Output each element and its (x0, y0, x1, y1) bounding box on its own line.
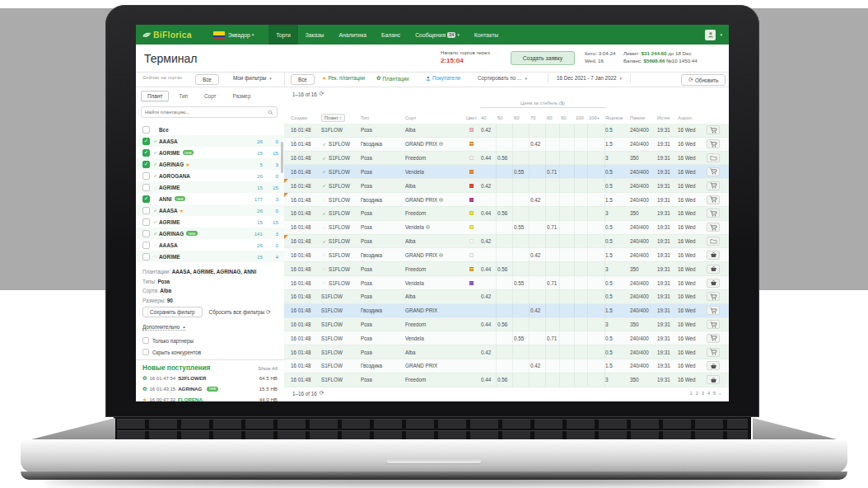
menu-item-аналитика[interactable]: Аналитика (331, 25, 374, 45)
list-item[interactable]: ✓AGRINAGnew1413 (136, 228, 284, 239)
table-row[interactable]: 16 01:48S1FLOWРозаFreedom0.440.56335019:… (284, 318, 729, 332)
checkbox[interactable] (142, 230, 150, 237)
chevron-down-icon[interactable]: ▾ (720, 32, 722, 37)
basket-button[interactable] (707, 265, 720, 274)
cart-button[interactable] (707, 167, 720, 176)
search-input[interactable] (145, 110, 268, 115)
checkbox[interactable] (142, 126, 150, 134)
tab-плант[interactable]: Плант (141, 91, 169, 101)
table-row[interactable]: 16 01:48○S1FLOWГвоздикаGRAND PRIX0.421.5… (284, 193, 729, 207)
page-next[interactable]: › (719, 391, 721, 396)
cart-button[interactable] (707, 320, 720, 329)
cart-button[interactable] (707, 125, 720, 134)
tab-сорт[interactable]: Сорт (198, 91, 223, 101)
checkbox[interactable] (142, 218, 150, 226)
folder-button[interactable] (707, 153, 720, 162)
table-row[interactable]: 16 01:48✓S1FLOWРозаFreedom0.440.56335019… (284, 152, 729, 166)
table-row[interactable]: 16 01:48✓S1FLOWГвоздикаGRAND PRIX0.421.5… (284, 138, 729, 152)
reset-filters-button[interactable]: Сбросить все фильтры⟳ (209, 309, 271, 316)
table-row[interactable]: 16 01:48S1FLOWГвоздикаGRAND PRIX0.421.52… (284, 304, 729, 318)
table-row[interactable]: 16 01:48S1FLOWРозаAlba0.420.5240/40019:3… (284, 290, 729, 304)
menu-item-контакты[interactable]: Контакты (467, 25, 506, 45)
all-filter-right-button[interactable]: Все (291, 74, 315, 85)
table-row[interactable]: 16 01:48✓S1FLOWРозаFreedom0.440.56335019… (284, 207, 729, 221)
date-range-picker[interactable]: 16 Dec 2021 - 7 Jan 2022▾ (548, 73, 631, 82)
list-item[interactable]: ○AGRIME1515 (136, 181, 284, 193)
table-row[interactable]: 16 01:48S1FLOWРозаAlba0.420.5240/40019:3… (284, 124, 729, 138)
country-selector[interactable]: Эквадор (228, 32, 250, 38)
all-filter-left-button[interactable]: Все (195, 74, 219, 85)
plantations-filter[interactable]: ✿Плантации (376, 75, 409, 82)
arrival-item[interactable]: ✿16 01:47:54S2FLOWER64.5 HB (136, 373, 284, 383)
checkbox[interactable] (142, 207, 150, 214)
refresh-icon[interactable]: ⟳ (320, 390, 324, 396)
checkbox[interactable] (142, 253, 150, 260)
create-request-button[interactable]: Создать заявку (511, 51, 575, 65)
basket-button[interactable] (707, 251, 720, 260)
show-all-link[interactable]: Show All (258, 365, 278, 371)
cart-button[interactable] (707, 292, 720, 301)
tab-размер[interactable]: Размер (226, 91, 258, 101)
table-row[interactable]: 16 01:48S1FLOWРозаAlba0.420.5240/40019:3… (284, 345, 729, 359)
my-filters-dropdown[interactable]: Мои фильтры▾ (233, 75, 272, 81)
cart-button[interactable] (707, 195, 720, 204)
table-row[interactable]: 16 01:48○S1FLOWГвоздикаGRAND PRIX0.421.5… (284, 248, 729, 262)
table-row[interactable]: 16 01:48✓S1FLOWРозаVendela0.550.710.5240… (284, 165, 729, 179)
checkbox[interactable]: ✓ (142, 149, 150, 157)
checkbox[interactable]: ✓ (142, 195, 150, 203)
menu-item-заказы[interactable]: Заказы (298, 25, 332, 45)
save-filter-button[interactable]: Сохранить фильтр (142, 307, 203, 317)
basket-button[interactable] (707, 279, 720, 288)
list-item[interactable]: ✓✓AGRINAG★53 (136, 158, 284, 170)
list-item[interactable]: ✓○ANNInew1773 (136, 193, 284, 204)
page-number[interactable]: 3 (702, 391, 704, 396)
menu-item-торги[interactable]: Торги (268, 25, 297, 45)
cart-button[interactable] (707, 334, 720, 343)
cart-button[interactable] (707, 306, 720, 315)
search-box[interactable] (141, 106, 278, 118)
checkbox[interactable] (142, 184, 150, 191)
additional-toggle[interactable]: Дополнительно▴ (142, 324, 185, 331)
list-item[interactable]: ✓AAASA★260 (136, 204, 284, 216)
tab-тип[interactable]: Тип (172, 91, 194, 101)
table-row[interactable]: 16 01:48✓S1FLOWРозаAlba0.420.5240/40019:… (284, 179, 729, 193)
sort-by-dropdown[interactable]: Сортировать по ...▾ (478, 75, 527, 81)
refresh-button[interactable]: ⟳Обновить (681, 74, 726, 86)
folder-button[interactable] (707, 237, 720, 246)
user-avatar[interactable] (705, 30, 716, 40)
cart-button[interactable] (707, 181, 720, 190)
list-item[interactable]: ✓AGROGANA260 (136, 170, 284, 181)
menu-item-баланс[interactable]: Баланс (374, 25, 408, 45)
arrival-item[interactable]: ✿16 01:43:15AGRINAGnew15.5 HB (136, 383, 284, 394)
list-item[interactable]: ○AAASA260 (136, 239, 284, 251)
page-number[interactable]: 2 (696, 391, 698, 396)
partners-only-checkbox[interactable]: Только партнеры (142, 337, 194, 344)
checkbox[interactable]: ✓ (142, 138, 150, 145)
cart-button[interactable] (707, 223, 720, 232)
checkbox[interactable]: ✓ (142, 161, 150, 168)
sort-column-box[interactable]: Плант↑ (321, 114, 345, 122)
menu-item-сообщения[interactable]: Сообщения34▾ (408, 25, 467, 45)
buyers-filter[interactable]: Покупатели (426, 75, 460, 81)
page-number[interactable]: 4 (707, 391, 710, 396)
page-number[interactable]: 1 (690, 391, 693, 396)
arrival-item[interactable]: ★16 00:47:32FLORENA44.0 HB (136, 394, 284, 401)
basket-button[interactable] (707, 361, 720, 370)
list-item[interactable]: ✓AGRIME1515 (136, 216, 284, 228)
recommended-plantations-filter[interactable]: ★Рек. плантации (322, 75, 365, 81)
checkbox[interactable] (142, 172, 150, 180)
hide-competitors-checkbox[interactable]: Скрыть конкурентов (142, 349, 201, 355)
cart-button[interactable] (707, 348, 720, 357)
brand-logo[interactable]: BiFlorica (136, 30, 208, 40)
checkbox[interactable] (142, 242, 150, 249)
basket-button[interactable] (707, 375, 720, 384)
table-row[interactable]: 16 01:48✓S1FLOWРозаAlba0.420.5240/40019:… (284, 235, 729, 249)
sidebar-scrollbar[interactable] (281, 142, 283, 173)
table-row[interactable]: 16 01:48○S1FLOWРозаFreedom0.440.56335019… (284, 262, 729, 276)
list-item[interactable]: ✓✓AAASA260 (136, 135, 284, 147)
list-item[interactable]: ○AGRIME154 (136, 251, 284, 262)
page-number[interactable]: 5 (713, 391, 716, 396)
list-item[interactable]: ✓✓AGRIMEnew1515 (136, 147, 284, 158)
table-row[interactable]: 16 01:48○S1FLOWРозаVendela0.550.710.5240… (284, 276, 729, 290)
refresh-icon[interactable]: ⟳ (320, 91, 324, 97)
